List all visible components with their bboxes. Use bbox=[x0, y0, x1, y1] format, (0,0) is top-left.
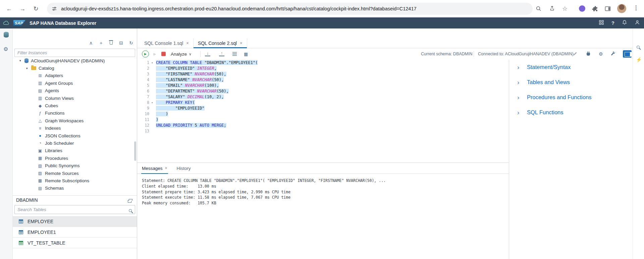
code-line[interactable]: "EMAIL" NVARCHAR(100), bbox=[156, 83, 509, 88]
help-link[interactable]: ›Tables and Views bbox=[509, 75, 633, 90]
search-icon[interactable] bbox=[129, 207, 132, 213]
address-bar[interactable]: acloudguruji-dev-exsdsz1s.hana-tooling.i… bbox=[47, 3, 533, 15]
remote-sources-icon: ▨ bbox=[38, 171, 43, 176]
tree-item[interactable]: ⊞Adapters bbox=[13, 72, 137, 79]
tree-item[interactable]: ▣Libraries bbox=[13, 147, 137, 154]
tree-item[interactable]: ◔Job Scheduler bbox=[13, 139, 137, 147]
tree-item-catalog[interactable]: ▾Catalog bbox=[13, 64, 137, 72]
code-line[interactable]: CREATE COLUMN TABLE "DBADMIN"."EMPLOYEE1… bbox=[156, 60, 509, 66]
tree-item[interactable]: ▦Procedures bbox=[13, 154, 137, 162]
tree-item-database[interactable]: ▾ACloudGurujiHANADEV (DBADMIN) bbox=[13, 57, 137, 64]
close-tab-icon[interactable]: × bbox=[240, 41, 243, 46]
editor-code-area[interactable]: CREATE COLUMN TABLE "DBADMIN"."EMPLOYEE1… bbox=[153, 60, 509, 163]
expand-arrow-icon[interactable]: ▾ bbox=[19, 59, 24, 62]
tools-wrench-icon[interactable] bbox=[611, 51, 615, 57]
fold-arrow-icon[interactable]: ▾ bbox=[151, 100, 153, 106]
code-line[interactable]: ) bbox=[156, 117, 509, 123]
analyze-dropdown[interactable]: Analyze∨ bbox=[171, 52, 194, 57]
code-line[interactable]: "SALARY" DECIMAL(10, 2), bbox=[156, 94, 509, 100]
filter-instances-input[interactable] bbox=[14, 49, 135, 57]
code-line[interactable]: PRIMARY KEY( bbox=[156, 100, 509, 106]
code-line[interactable]: "DEPARTMENT" NVARCHAR(50), bbox=[156, 88, 509, 94]
search-tables-input[interactable] bbox=[14, 205, 135, 214]
messages-tab[interactable]: Messages× bbox=[142, 163, 167, 174]
help-link[interactable]: ›SQL Functions bbox=[509, 105, 633, 120]
format-code-icon[interactable] bbox=[232, 52, 237, 56]
expand-arrow-icon[interactable]: ▾ bbox=[26, 67, 31, 70]
table-row[interactable]: EMPLOYEE1 bbox=[13, 227, 137, 238]
line-number: 11 bbox=[137, 117, 153, 123]
code-line[interactable]: ) bbox=[156, 111, 509, 117]
tree-item[interactable]: ▥Column Views bbox=[13, 94, 137, 102]
connection-plug-icon[interactable] bbox=[587, 51, 590, 57]
run-selected-icon[interactable]: ▹ bbox=[154, 52, 156, 56]
site-settings-icon[interactable] bbox=[52, 6, 57, 11]
search-icon[interactable] bbox=[637, 44, 640, 50]
forward-icon[interactable]: → bbox=[18, 4, 27, 13]
indexes-icon: ≡ bbox=[38, 126, 43, 131]
help-link[interactable]: ›Statement/Syntax bbox=[509, 60, 633, 75]
tree-item-label: Schemas bbox=[45, 186, 64, 191]
back-icon[interactable]: ← bbox=[5, 4, 13, 13]
profile-avatar[interactable] bbox=[617, 4, 626, 13]
tree-item[interactable]: ▤Agents bbox=[13, 87, 137, 94]
tree-item[interactable]: ▥Agent Groups bbox=[13, 79, 137, 87]
fold-arrow-icon[interactable]: ▾ bbox=[151, 60, 153, 66]
code-line[interactable]: "EMPLOYEEID" bbox=[156, 106, 509, 111]
notifications-bell-icon[interactable] bbox=[622, 20, 627, 26]
tree-item[interactable]: ▧Public Synonyms bbox=[13, 162, 137, 169]
code-line[interactable]: "EMPLOYEEID" INTEGER, bbox=[156, 66, 509, 71]
collapse-all-icon[interactable]: ∧ bbox=[87, 39, 95, 47]
run-button[interactable]: ▶ bbox=[142, 51, 149, 58]
zoom-icon[interactable] bbox=[535, 5, 543, 13]
help-link-label: Tables and Views bbox=[527, 79, 570, 85]
table-row[interactable]: VT_TEST_TABLE bbox=[13, 238, 137, 248]
tree-item[interactable]: ▤Schemas bbox=[13, 185, 137, 192]
sidebar-scrollbar[interactable] bbox=[134, 141, 136, 161]
code-line[interactable]: "LASTNAME" NVARCHAR(50), bbox=[156, 77, 509, 83]
stop-button[interactable] bbox=[161, 52, 166, 56]
close-tab-icon[interactable]: × bbox=[186, 41, 189, 46]
editor-tab[interactable]: SQL Console 2.sql× bbox=[194, 38, 247, 48]
settings-gear-icon[interactable]: ⚙ bbox=[3, 46, 8, 52]
side-panel-icon[interactable] bbox=[604, 5, 612, 13]
add-instance-icon[interactable]: ＋ bbox=[97, 39, 105, 47]
open-in-new-icon[interactable] bbox=[128, 198, 131, 204]
extensions-puzzle-icon[interactable] bbox=[591, 5, 599, 13]
reload-icon[interactable]: ↻ bbox=[32, 4, 40, 13]
tree-item[interactable]: ●JSON Collections bbox=[13, 132, 137, 139]
upload-icon[interactable]: ↑ bbox=[219, 52, 224, 56]
tree-item[interactable]: ≡Indexes bbox=[13, 125, 137, 132]
help-icon[interactable]: ? bbox=[611, 20, 614, 26]
messages-tab[interactable]: History bbox=[177, 163, 191, 174]
database-explorer-icon[interactable] bbox=[4, 32, 9, 38]
remove-instance-icon[interactable]: ⊟ bbox=[117, 39, 125, 47]
browser-menu-icon[interactable]: ⋮ bbox=[633, 4, 639, 11]
editor-tab[interactable]: SQL Console 1.sql× bbox=[140, 38, 194, 48]
user-person-icon[interactable] bbox=[635, 20, 640, 26]
code-line[interactable] bbox=[156, 128, 509, 134]
code-line[interactable]: UNLOAD PRIORITY 5 AUTO MERGE; bbox=[156, 123, 509, 128]
edit-connection-icon[interactable] bbox=[573, 51, 578, 57]
table-row[interactable]: EMPLOYEE bbox=[13, 216, 137, 227]
code-line[interactable]: "FIRSTNAME" NVARCHAR(50), bbox=[156, 71, 509, 77]
refresh-icon[interactable]: ↻ bbox=[127, 39, 135, 47]
tree-item[interactable]: ◆Cubes bbox=[13, 102, 137, 109]
close-icon[interactable]: × bbox=[165, 166, 167, 171]
tree-item[interactable]: ƒFunctions bbox=[13, 110, 137, 117]
tree-item[interactable]: ▨Remote Sources bbox=[13, 170, 137, 177]
apps-icon[interactable] bbox=[599, 20, 604, 26]
result-grid-icon[interactable]: ▦ bbox=[244, 52, 248, 57]
download-icon[interactable]: ↓ bbox=[205, 52, 210, 56]
tree-item[interactable]: △Graph Workspaces bbox=[13, 117, 137, 124]
console-settings-icon[interactable]: ⚙ bbox=[599, 51, 603, 57]
schemas-icon: ▤ bbox=[38, 186, 43, 191]
bookmark-star-icon[interactable]: ☆ bbox=[561, 5, 569, 13]
delete-trash-icon[interactable] bbox=[107, 39, 115, 47]
help-link[interactable]: ›Procedures and Functions bbox=[509, 90, 633, 105]
help-panel-toggle[interactable] bbox=[623, 50, 632, 58]
tree-item[interactable]: ▩Remote Subscript­ions bbox=[13, 177, 137, 184]
extension-icon[interactable] bbox=[579, 5, 585, 12]
share-icon[interactable] bbox=[548, 5, 556, 13]
assistant-icon[interactable]: ⚡ bbox=[636, 57, 642, 62]
